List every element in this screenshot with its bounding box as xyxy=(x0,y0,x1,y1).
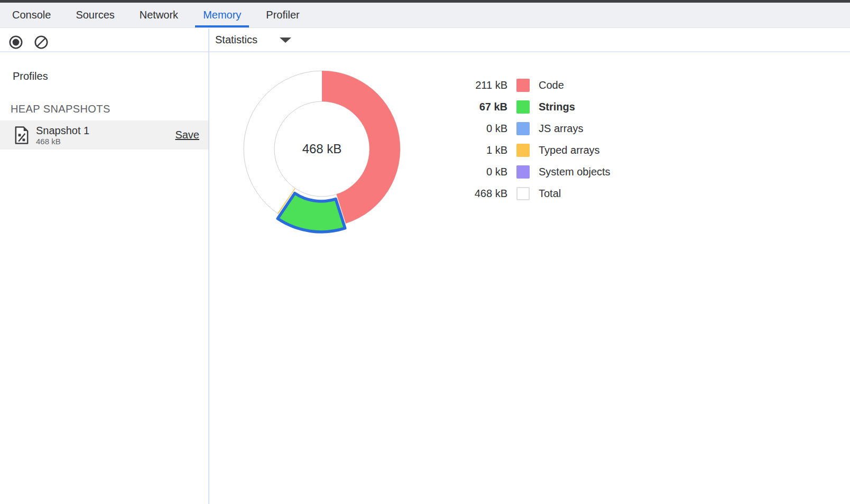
legend-row-total[interactable]: 468 kB Total xyxy=(444,183,611,204)
legend-value: 211 kB xyxy=(444,79,507,91)
tab-profiler[interactable]: Profiler xyxy=(258,3,307,27)
legend-value: 0 kB xyxy=(444,123,507,135)
legend-swatch-code xyxy=(516,79,530,92)
legend-swatch-system-objects xyxy=(516,165,530,179)
legend-label: Code xyxy=(539,79,564,91)
heap-snapshots-section-title: HEAP SNAPSHOTS xyxy=(11,103,110,115)
legend-swatch-strings xyxy=(516,100,530,114)
legend-swatch-js-arrays xyxy=(516,122,530,135)
record-heap-snapshot-button[interactable] xyxy=(8,35,23,50)
tab-label: Profiler xyxy=(266,9,299,21)
profiles-sidebar: Profiles HEAP SNAPSHOTS Snapshot 1 468 k… xyxy=(0,52,208,504)
chart-legend: 211 kB Code 67 kB Strings 0 kB JS arrays… xyxy=(444,74,611,204)
legend-value: 1 kB xyxy=(444,144,507,156)
tab-label: Network xyxy=(140,9,178,21)
tab-memory[interactable]: Memory xyxy=(195,3,249,27)
legend-label: System objects xyxy=(539,166,611,178)
legend-label: JS arrays xyxy=(539,123,583,135)
legend-label: Total xyxy=(539,188,561,200)
heap-donut-chart: 468 kB xyxy=(237,64,406,234)
save-snapshot-link[interactable]: Save xyxy=(175,129,199,141)
clear-icon xyxy=(34,35,49,50)
perspective-dropdown[interactable]: Statistics xyxy=(215,29,291,51)
tab-console[interactable]: Console xyxy=(4,3,59,27)
tab-network[interactable]: Network xyxy=(132,3,186,27)
legend-row-js-arrays[interactable]: 0 kB JS arrays xyxy=(444,118,611,139)
legend-row-code[interactable]: 211 kB Code xyxy=(444,74,611,96)
tab-label: Sources xyxy=(76,9,114,21)
snapshot-size: 468 kB xyxy=(36,137,89,146)
legend-label: Typed arrays xyxy=(539,144,600,156)
legend-row-typed-arrays[interactable]: 1 kB Typed arrays xyxy=(444,139,611,161)
snapshot-text: Snapshot 1 468 kB xyxy=(36,125,89,146)
snapshot-list-item[interactable]: Snapshot 1 468 kB Save xyxy=(0,120,208,150)
clear-profiles-button[interactable] xyxy=(34,35,49,50)
statistics-panel: 468 kB 211 kB Code 67 kB Strings 0 kB JS… xyxy=(209,52,850,504)
perspective-dropdown-label: Statistics xyxy=(215,34,257,46)
legend-value: 0 kB xyxy=(444,166,507,178)
heap-document-icon xyxy=(14,126,29,144)
legend-swatch-total xyxy=(516,187,530,200)
tab-label: Memory xyxy=(203,9,241,21)
record-icon xyxy=(8,35,23,50)
legend-value: 468 kB xyxy=(444,188,507,200)
legend-value: 67 kB xyxy=(444,101,507,113)
tab-sources[interactable]: Sources xyxy=(68,3,122,27)
triangle-down-icon xyxy=(280,38,291,43)
snapshot-title: Snapshot 1 xyxy=(36,125,89,137)
devtools-tab-bar: Console Sources Network Memory Profiler xyxy=(0,3,850,28)
legend-label: Strings xyxy=(539,101,575,113)
legend-row-strings[interactable]: 67 kB Strings xyxy=(444,96,611,118)
tab-label: Console xyxy=(12,9,51,21)
profiles-heading: Profiles xyxy=(13,70,48,82)
donut-ring-outline xyxy=(274,101,369,197)
memory-toolbar: Statistics xyxy=(0,29,850,51)
legend-row-system-objects[interactable]: 0 kB System objects xyxy=(444,161,611,183)
legend-swatch-typed-arrays xyxy=(516,144,530,157)
